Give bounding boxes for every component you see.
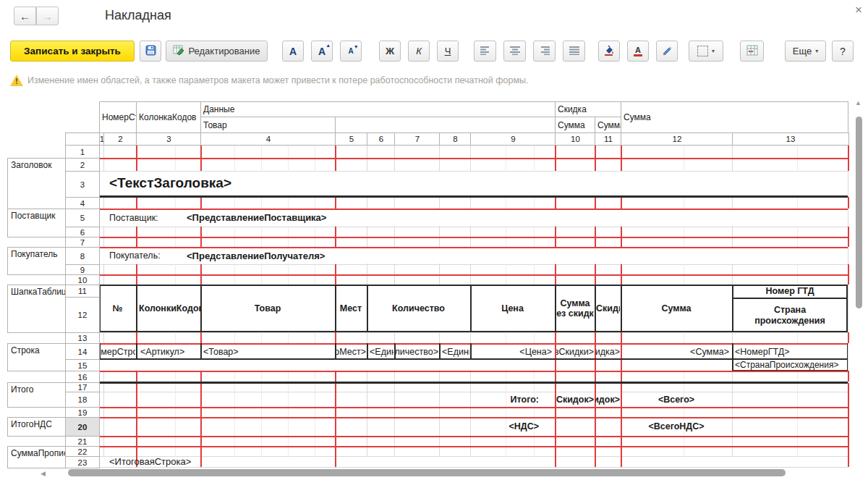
col-number-cell[interactable]: 8 — [439, 132, 472, 146]
row-number-cell[interactable]: 5 — [65, 209, 100, 227]
col-number-cell[interactable]: 2 — [103, 132, 137, 146]
more-button[interactable]: Еще ▾ — [785, 41, 826, 62]
font-decrease-button[interactable]: А▼ — [340, 41, 362, 62]
layout-editor-sheet[interactable]: НомерСтроки КолонкаКодов Данные Товар Ск… — [7, 98, 867, 479]
row-number-cell[interactable]: 1 — [65, 145, 100, 159]
border-color-pencil-button[interactable] — [656, 41, 678, 62]
cell-footer-total-line[interactable]: <ИтоговаяСтрока> — [103, 456, 393, 467]
row-number-cell[interactable]: 18 — [65, 392, 100, 408]
cell-header-country[interactable]: Страна происхождения — [732, 298, 848, 332]
cell-row-unit[interactable]: <Единица> — [368, 344, 393, 359]
align-justify-button[interactable] — [563, 41, 585, 62]
row-number-cell[interactable]: 23 — [65, 456, 100, 468]
cell-row-qty[interactable]: <Количество> — [395, 344, 438, 359]
cell-row-sum-wo[interactable]: <СуммаБезСкидки> — [556, 344, 594, 359]
col-group-nomer[interactable]: НомерСтроки — [99, 101, 137, 133]
cell-total-sk[interactable]: <ВсегоСкидок> — [595, 392, 620, 407]
area-itogo-nds[interactable]: ИтогоНДС — [7, 417, 66, 437]
cell-buyer-label[interactable]: Покупатель: — [103, 247, 184, 264]
col-number-cell[interactable]: 10 — [555, 132, 596, 146]
cell-header-skidka[interactable]: Скидка — [595, 285, 620, 332]
save-and-close-button[interactable]: Записать и закрыть — [10, 41, 135, 62]
col-group-skidka-summa2[interactable]: Сумма — [595, 117, 621, 133]
row-number-cell[interactable]: 13 — [65, 332, 100, 344]
row-number-cell[interactable]: 22 — [65, 446, 100, 457]
cell-row-skidka[interactable]: <Скидка> — [595, 344, 620, 359]
cell-row-tovar[interactable]: <Товар> — [200, 344, 335, 359]
row-number-cell[interactable]: 11 — [65, 285, 100, 298]
cell-row-price[interactable]: <Цена> — [470, 344, 555, 359]
bold-button[interactable]: Ж — [379, 41, 401, 62]
col-number-cell[interactable]: 7 — [394, 132, 441, 146]
nav-forward-button[interactable]: → — [36, 7, 59, 25]
fill-color-button[interactable] — [598, 41, 620, 62]
col-group-kolonka[interactable]: КолонкаКодов — [136, 101, 201, 133]
row-number-cell[interactable]: 8 — [65, 247, 100, 265]
row-number-cell[interactable]: 10 — [65, 274, 100, 285]
row-number-cell[interactable]: 14 — [65, 343, 100, 360]
row-number-cell[interactable]: 16 — [65, 371, 100, 383]
cell-header-gtd[interactable]: Номер ГТД — [732, 285, 848, 298]
col-number-cell[interactable]: 9 — [470, 132, 556, 146]
cell-title[interactable]: <ТекстЗаголовка> — [103, 171, 848, 195]
save-button[interactable] — [140, 41, 161, 62]
cell-header-mest[interactable]: Мест — [335, 285, 367, 332]
horizontal-scrollbar[interactable] — [68, 469, 786, 476]
cell-total-sum[interactable]: <Всего> — [621, 392, 732, 407]
row-number-cell[interactable]: 17 — [65, 382, 100, 392]
borders-dropdown-button[interactable]: ▾ — [689, 41, 723, 62]
cell-header-sum-wo-discount[interactable]: Сумма без скидки — [556, 285, 594, 332]
row-number-cell[interactable]: 19 — [65, 407, 100, 418]
col-number-cell[interactable]: 11 — [595, 132, 622, 146]
cell-header-qty[interactable]: Количество — [367, 285, 470, 332]
row-number-cell[interactable]: 20 — [65, 417, 100, 437]
align-center-button[interactable] — [503, 41, 526, 62]
cell-supplier-value[interactable]: <ПредставлениеПоставщика> — [187, 209, 563, 227]
col-group-dannye[interactable]: Данные — [200, 101, 556, 117]
cell-row-country[interactable]: <СтранаПроисхождения> — [732, 359, 846, 370]
col-number-cell[interactable]: 12 — [621, 132, 733, 146]
cell-row-article[interactable]: <Артикул> — [137, 344, 200, 359]
col-group-summa[interactable]: Сумма — [621, 101, 848, 133]
column-width-button[interactable] — [740, 41, 764, 62]
col-group-skidka[interactable]: Скидка — [555, 101, 621, 117]
font-button[interactable]: А — [282, 41, 304, 62]
row-number-cell[interactable]: 21 — [65, 436, 100, 447]
cell-header-price[interactable]: Цена — [470, 285, 555, 332]
row-number-cell[interactable]: 3 — [65, 171, 100, 198]
cell-supplier-label[interactable]: Поставщик: — [103, 209, 184, 227]
font-color-button[interactable]: А — [627, 41, 649, 62]
col-number-cell[interactable]: 5 — [335, 132, 368, 146]
scroll-up-icon[interactable]: ▲ — [855, 99, 861, 106]
cell-total-label[interactable]: Итого: — [367, 392, 555, 407]
nav-back-button[interactable]: ← — [14, 7, 36, 25]
cell-row-num[interactable]: <НомерСтроки> — [101, 344, 135, 359]
row-number-cell[interactable]: 9 — [65, 264, 100, 275]
area-zagolovok[interactable]: Заголовок — [7, 158, 66, 209]
area-pokupatel[interactable]: Покупатель — [7, 247, 66, 275]
cell-row-unit2[interactable]: <ЕдиницаИзмерения> — [441, 344, 469, 359]
vertical-scrollbar[interactable] — [856, 117, 862, 308]
cell-buyer-value[interactable]: <ПредставлениеПолучателя> — [187, 247, 563, 264]
cell-header-tovar[interactable]: Товар — [200, 285, 335, 332]
row-number-cell[interactable]: 12 — [65, 297, 100, 333]
area-postavshchik[interactable]: Поставщик — [7, 209, 66, 237]
align-right-button[interactable] — [533, 41, 556, 62]
cell-row-gtd[interactable]: <НомерГТД> — [732, 344, 846, 359]
area-shapka-tablicy[interactable]: ШапкаТаблицы — [7, 285, 66, 333]
area-stroka[interactable]: Строка — [7, 343, 66, 371]
row-number-cell[interactable]: 6 — [65, 227, 100, 237]
cell-row-mest[interactable]: <КоличествоМест> — [336, 344, 366, 359]
cell-header-summa[interactable]: Сумма — [621, 285, 732, 332]
col-number-cell[interactable]: 6 — [367, 132, 396, 146]
italic-button[interactable]: К — [408, 41, 430, 62]
row-number-cell[interactable]: 4 — [65, 197, 100, 209]
edit-mode-button[interactable]: Редактирование — [166, 41, 268, 62]
help-button[interactable]: ? — [832, 41, 854, 62]
underline-button[interactable]: Ч — [437, 41, 459, 62]
col-group-skidka-summa1[interactable]: Сумма — [555, 117, 595, 133]
row-number-cell[interactable]: 7 — [65, 237, 100, 248]
scroll-left-icon[interactable]: ◀ — [41, 470, 46, 477]
close-icon[interactable]: × — [855, 3, 862, 17]
font-increase-button[interactable]: А▲ — [311, 41, 333, 62]
